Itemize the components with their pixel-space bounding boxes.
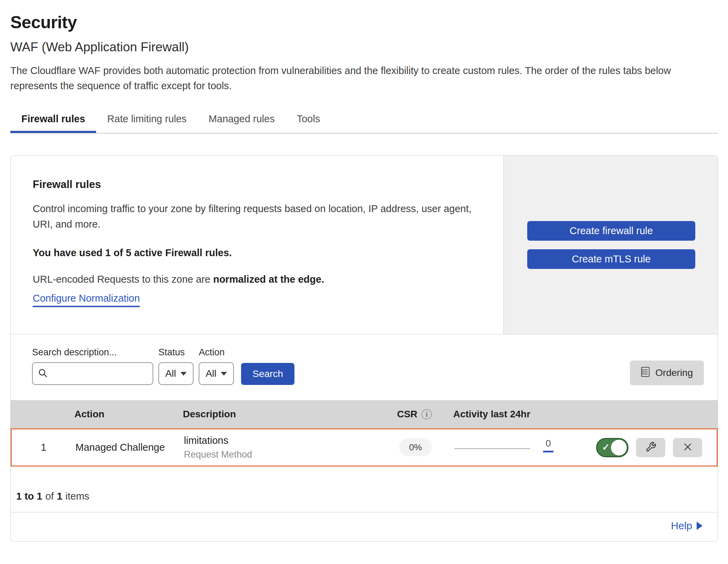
rule-csr-cell: 0%: [399, 442, 432, 453]
overview-description: Control incoming traffic to your zone by…: [33, 201, 483, 232]
edit-rule-button[interactable]: [636, 438, 665, 457]
search-input[interactable]: [51, 368, 148, 379]
action-select[interactable]: All: [199, 362, 234, 385]
activity-count: 0: [545, 438, 551, 449]
table-row[interactable]: 1 Managed Challenge limitations Request …: [11, 428, 718, 467]
header-activity: Activity last 24hr: [453, 409, 575, 420]
page-title: Security: [10, 12, 718, 32]
action-label: Action: [199, 347, 234, 358]
rule-description: limitations: [184, 435, 377, 446]
usage-note: You have used 1 of 5 active Firewall rul…: [33, 247, 483, 259]
ordering-button-label: Ordering: [655, 367, 693, 378]
search-icon: [38, 368, 48, 379]
delete-rule-button[interactable]: [673, 438, 702, 457]
toggle-knob: [611, 440, 627, 456]
search-input-box[interactable]: [32, 362, 153, 385]
chevron-down-icon: [180, 372, 187, 376]
ordering-button[interactable]: Ordering: [630, 361, 704, 385]
header-action: Action: [74, 409, 183, 420]
tab-rate-limiting-rules[interactable]: Rate limiting rules: [96, 108, 197, 133]
pagination-of: of: [45, 491, 54, 502]
status-group: Status All: [158, 347, 194, 385]
overview-text-block: Firewall rules Control incoming traffic …: [11, 156, 503, 334]
rule-description-cell: limitations Request Method: [184, 435, 377, 460]
rule-action: Managed Challenge: [75, 442, 184, 453]
pagination-range: 1 to 1: [16, 491, 42, 502]
create-rule-actions-panel: Create firewall rule Create mTLS rule: [503, 156, 718, 334]
activity-count-underline: [543, 451, 553, 452]
activity-sparkline: [454, 448, 530, 449]
tab-managed-rules[interactable]: Managed rules: [198, 108, 286, 133]
activity-count-link[interactable]: 0: [543, 438, 553, 457]
header-description: Description: [183, 409, 376, 420]
ordering-list-icon: [641, 367, 650, 379]
pagination-items: items: [65, 491, 89, 502]
create-firewall-rule-button[interactable]: Create firewall rule: [527, 221, 695, 241]
normalization-bold-text: normalized at the edge.: [213, 274, 324, 285]
arrow-right-icon: [697, 522, 703, 530]
chevron-down-icon: [221, 372, 227, 376]
page-description: The Cloudflare WAF provides both automat…: [10, 63, 718, 93]
filter-section: Search description... Status All: [11, 334, 718, 400]
rule-enabled-toggle[interactable]: [596, 438, 628, 457]
pagination-status: 1 to 1of1items: [11, 467, 718, 512]
normalization-note: URL-encoded Requests to this zone are no…: [33, 274, 483, 285]
tab-firewall-rules[interactable]: Firewall rules: [10, 108, 96, 133]
normalization-text: URL-encoded Requests to this zone are: [33, 274, 213, 285]
firewall-rules-overview-section: Firewall rules Control incoming traffic …: [11, 156, 718, 334]
close-icon: [683, 442, 693, 453]
search-group: Search description...: [32, 347, 153, 385]
csr-badge: 0%: [399, 438, 432, 456]
rule-activity-cell: 0: [454, 438, 576, 457]
rule-description-sub: Request Method: [184, 449, 377, 460]
tab-tools[interactable]: Tools: [286, 108, 331, 133]
card-footer: Help: [11, 512, 718, 541]
check-icon: [602, 442, 610, 453]
action-select-value: All: [206, 368, 216, 379]
rule-order: 1: [12, 442, 75, 453]
search-label: Search description...: [32, 347, 153, 358]
header-csr-label: CSR: [397, 409, 417, 420]
status-select[interactable]: All: [158, 362, 194, 385]
info-icon[interactable]: [422, 409, 432, 419]
status-select-value: All: [165, 368, 176, 379]
page-subtitle: WAF (Web Application Firewall): [10, 40, 718, 54]
configure-normalization-link[interactable]: Configure Normalization: [33, 293, 140, 307]
waf-tabs: Firewall rules Rate limiting rules Manag…: [10, 108, 718, 134]
header-csr: CSR: [397, 409, 432, 420]
wrench-icon: [645, 441, 656, 453]
create-mtls-rule-button[interactable]: Create mTLS rule: [527, 249, 695, 269]
help-link[interactable]: Help: [671, 520, 703, 532]
search-button[interactable]: Search: [241, 363, 294, 385]
rule-controls-cell: [576, 438, 717, 457]
help-link-label: Help: [671, 520, 692, 532]
pagination-total: 1: [57, 491, 62, 502]
security-waf-page: Security WAF (Web Application Firewall) …: [0, 12, 728, 542]
overview-heading: Firewall rules: [33, 178, 483, 191]
action-group: Action All: [199, 347, 234, 385]
table-header-row: Action Description CSR Activity last 24h…: [11, 400, 718, 428]
status-label: Status: [158, 347, 194, 358]
firewall-rules-card: Firewall rules Control incoming traffic …: [10, 155, 718, 542]
